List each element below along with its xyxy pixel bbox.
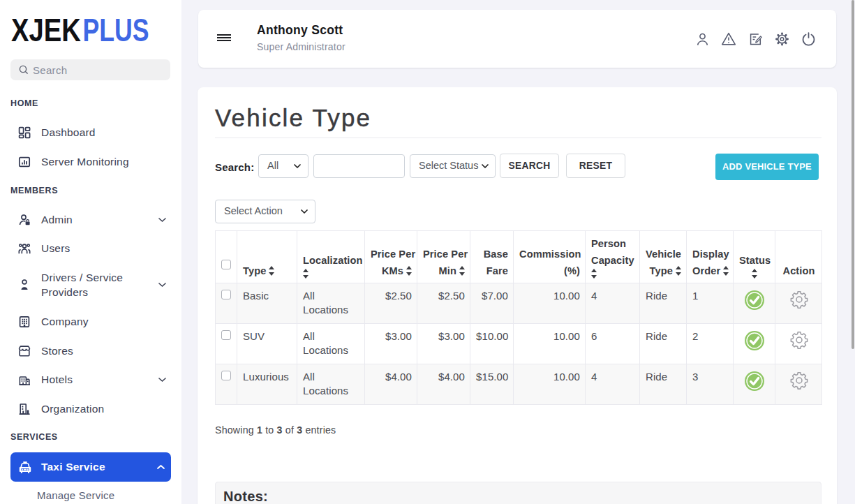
svg-text:XJEK: XJEK <box>11 17 81 43</box>
svg-text:PLUS: PLUS <box>83 17 149 43</box>
